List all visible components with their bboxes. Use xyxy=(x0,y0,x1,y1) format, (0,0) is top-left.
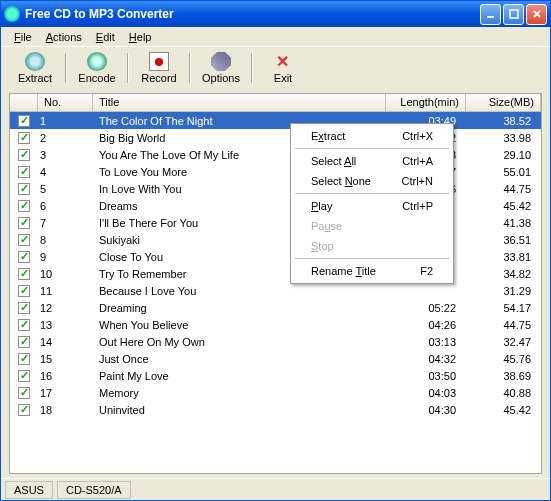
cell-title: Memory xyxy=(93,387,386,399)
exit-icon xyxy=(273,52,293,71)
track-checkbox[interactable] xyxy=(18,149,30,161)
table-row[interactable]: 16Paint My Love03:5038.69 xyxy=(10,367,541,384)
cell-no: 10 xyxy=(38,268,93,280)
table-row[interactable]: 6Dreams45.42 xyxy=(10,197,541,214)
cell-size: 31.29 xyxy=(466,285,541,297)
cell-size: 29.10 xyxy=(466,149,541,161)
ctx-shortcut: F2 xyxy=(420,265,433,277)
close-button[interactable] xyxy=(526,4,547,25)
cell-no: 2 xyxy=(38,132,93,144)
record-label: Record xyxy=(141,72,176,84)
table-row[interactable]: 11Because I Love You31.29 xyxy=(10,282,541,299)
cell-size: 45.42 xyxy=(466,200,541,212)
table-row[interactable]: 17Memory04:0340.88 xyxy=(10,384,541,401)
encode-button[interactable]: Encode xyxy=(69,49,125,87)
track-checkbox[interactable] xyxy=(18,251,30,263)
col-size[interactable]: Size(MB) xyxy=(466,94,541,111)
cell-title: Dreaming xyxy=(93,302,386,314)
cell-no: 11 xyxy=(38,285,93,297)
cell-no: 13 xyxy=(38,319,93,331)
cell-no: 14 xyxy=(38,336,93,348)
col-checkbox[interactable] xyxy=(10,94,38,111)
track-checkbox[interactable] xyxy=(18,166,30,178)
table-row[interactable]: 2Big Big World03:2233.98 xyxy=(10,129,541,146)
table-row[interactable]: 4To Love You More05:2755.01 xyxy=(10,163,541,180)
track-checkbox[interactable] xyxy=(18,234,30,246)
record-button[interactable]: Record xyxy=(131,49,187,87)
menu-edit[interactable]: Edit xyxy=(89,29,122,45)
menu-file[interactable]: File xyxy=(7,29,39,45)
table-row[interactable]: 12Dreaming05:2254.17 xyxy=(10,299,541,316)
col-length[interactable]: Length(min) xyxy=(386,94,466,111)
track-checkbox[interactable] xyxy=(18,302,30,314)
cell-length: 03:50 xyxy=(386,370,466,382)
ctx-shortcut: Ctrl+A xyxy=(402,155,433,167)
ctx-rename-title[interactable]: Rename TitleF2 xyxy=(293,261,451,281)
ctx-play[interactable]: PlayCtrl+P xyxy=(293,196,451,216)
track-checkbox[interactable] xyxy=(18,404,30,416)
table-row[interactable]: 14Out Here On My Own03:1332.47 xyxy=(10,333,541,350)
track-checkbox[interactable] xyxy=(18,268,30,280)
cell-size: 34.82 xyxy=(466,268,541,280)
ctx-extract[interactable]: ExtractCtrl+X xyxy=(293,126,451,146)
cell-title: Because I Love You xyxy=(93,285,386,297)
table-row[interactable]: 15Just Once04:3245.76 xyxy=(10,350,541,367)
ctx-select-all[interactable]: Select AllCtrl+A xyxy=(293,151,451,171)
table-row[interactable]: 10Try To Remember34.82 xyxy=(10,265,541,282)
toolbar-sep xyxy=(127,53,129,83)
exit-button[interactable]: Exit xyxy=(255,49,311,87)
track-checkbox[interactable] xyxy=(18,132,30,144)
cell-length: 03:13 xyxy=(386,336,466,348)
table-row[interactable]: 18Uninvited04:3045.42 xyxy=(10,401,541,418)
track-checkbox[interactable] xyxy=(18,115,30,127)
cell-no: 18 xyxy=(38,404,93,416)
track-checkbox[interactable] xyxy=(18,183,30,195)
cell-size: 55.01 xyxy=(466,166,541,178)
extract-button[interactable]: Extract xyxy=(7,49,63,87)
table-row[interactable]: 13When You Believe04:2644.75 xyxy=(10,316,541,333)
menu-actions[interactable]: Actions xyxy=(39,29,89,45)
options-button[interactable]: Options xyxy=(193,49,249,87)
svg-rect-1 xyxy=(510,10,518,18)
cell-no: 4 xyxy=(38,166,93,178)
encode-label: Encode xyxy=(78,72,115,84)
titlebar[interactable]: Free CD to MP3 Converter xyxy=(1,1,550,27)
track-checkbox[interactable] xyxy=(18,319,30,331)
track-checkbox[interactable] xyxy=(18,353,30,365)
maximize-button[interactable] xyxy=(503,4,524,25)
status-device: CD-S520/A xyxy=(57,481,131,499)
cell-title: When You Believe xyxy=(93,319,386,331)
track-checkbox[interactable] xyxy=(18,336,30,348)
cell-size: 36.51 xyxy=(466,234,541,246)
table-row[interactable]: 1The Color Of The Night03:4938.52 xyxy=(10,112,541,129)
cell-no: 7 xyxy=(38,217,93,229)
track-checkbox[interactable] xyxy=(18,370,30,382)
table-row[interactable]: 7I'll Be There For You41.38 xyxy=(10,214,541,231)
cell-length: 04:26 xyxy=(386,319,466,331)
cell-no: 1 xyxy=(38,115,93,127)
cell-length: 04:32 xyxy=(386,353,466,365)
options-label: Options xyxy=(202,72,240,84)
table-row[interactable]: 5In Love With You04:2644.75 xyxy=(10,180,541,197)
status-drive: ASUS xyxy=(5,481,53,499)
track-checkbox[interactable] xyxy=(18,387,30,399)
ctx-shortcut: Ctrl+P xyxy=(402,200,433,212)
table-row[interactable]: 3You Are The Love Of My Life02:5329.10 xyxy=(10,146,541,163)
col-title[interactable]: Title xyxy=(93,94,386,111)
track-checkbox[interactable] xyxy=(18,217,30,229)
track-checkbox[interactable] xyxy=(18,285,30,297)
minimize-button[interactable] xyxy=(480,4,501,25)
table-row[interactable]: 9Close To You33.81 xyxy=(10,248,541,265)
cell-title: Uninvited xyxy=(93,404,386,416)
record-icon xyxy=(149,52,169,71)
cell-size: 45.42 xyxy=(466,404,541,416)
ctx-select-none[interactable]: Select NoneCtrl+N xyxy=(293,171,451,191)
track-checkbox[interactable] xyxy=(18,200,30,212)
ctx-label: Select None xyxy=(311,175,371,187)
col-no[interactable]: No. xyxy=(38,94,93,111)
list-body[interactable]: 1The Color Of The Night03:4938.522Big Bi… xyxy=(10,112,541,473)
cell-size: 44.75 xyxy=(466,183,541,195)
table-row[interactable]: 8Sukiyaki36.51 xyxy=(10,231,541,248)
ctx-label: Stop xyxy=(311,240,334,252)
menu-help[interactable]: Help xyxy=(122,29,159,45)
